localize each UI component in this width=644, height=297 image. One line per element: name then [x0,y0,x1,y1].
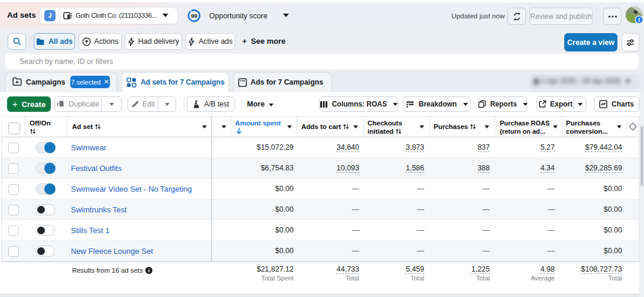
svg-text:99: 99 [191,12,197,19]
